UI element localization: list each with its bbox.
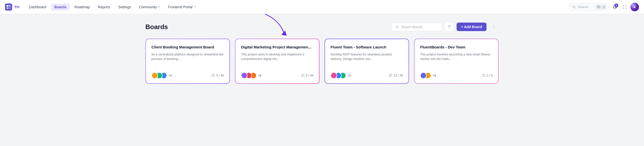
svg-rect-0 <box>7 5 8 7</box>
notifications-bell[interactable]: 2 <box>610 3 619 12</box>
task-icon <box>482 74 486 77</box>
board-card-description: Develop MVP features for seamless produc… <box>331 52 403 68</box>
board-card-footer: +6 6 / 44 <box>241 72 313 79</box>
add-board-button[interactable]: + Add Board <box>457 23 487 31</box>
task-count: 12 / 50 <box>389 74 403 77</box>
board-card-title: Fluent Team - Software Launch <box>331 45 403 50</box>
global-search[interactable]: Search ⌘ k <box>569 3 609 11</box>
app-logo-icon <box>5 4 12 11</box>
task-icon <box>212 74 215 77</box>
extra-members: +6 <box>258 74 261 77</box>
search-boards-placeholder: Search Boards <box>401 25 423 29</box>
page-title: Boards <box>145 23 168 31</box>
extra-members: +3 <box>348 74 351 77</box>
navbar: Pro Dashboard Boards Roadmap Reports Set… <box>0 0 644 14</box>
nav-boards[interactable]: Boards <box>51 4 70 11</box>
external-link-icon: ↗ <box>158 5 160 9</box>
board-avatars: +3 <box>331 72 351 79</box>
svg-point-14 <box>494 27 494 27</box>
task-progress: 5 / 30 <box>216 74 224 77</box>
more-options-button[interactable] <box>489 22 499 32</box>
external-link-icon: ↗ <box>193 5 196 9</box>
task-count: 5 / 30 <box>212 74 224 77</box>
main-content: Boards Search Boards + Add Board <box>133 14 511 92</box>
task-count: 2 / 5 <box>482 74 493 77</box>
svg-point-15 <box>494 28 494 28</box>
board-card-title: Client Booking Management Board <box>151 45 224 50</box>
sort-icon <box>447 25 451 29</box>
nav-community[interactable]: Community ↗ <box>136 4 164 11</box>
board-card[interactable]: Client Booking Management Board Its a ce… <box>145 39 230 84</box>
svg-rect-3 <box>9 7 11 9</box>
board-avatars: +9 <box>420 72 436 79</box>
board-card-title: FluentBoards - Dev Team <box>420 45 493 50</box>
pro-badge: Pro <box>14 5 21 9</box>
board-card-description: This project aims to develop and impleme… <box>241 52 313 68</box>
svg-line-9 <box>398 28 399 29</box>
nav-settings[interactable]: Settings <box>115 4 135 11</box>
svg-rect-1 <box>9 5 11 7</box>
board-card-footer: +3 12 / 50 <box>331 72 403 79</box>
board-card[interactable]: FluentBoards - Dev Team The project invo… <box>414 39 499 84</box>
extra-members: +9 <box>433 74 436 77</box>
header-actions: Search Boards + Add Board <box>392 22 499 32</box>
avatar <box>151 72 158 79</box>
board-card[interactable]: Digital Marketing Project Managemen... T… <box>235 39 319 84</box>
more-icon <box>492 25 496 29</box>
task-icon <box>389 74 392 77</box>
search-boards-input[interactable]: Search Boards <box>392 23 442 31</box>
board-card-footer: +9 2 / 5 <box>420 72 493 79</box>
nav-frontend-portal[interactable]: Frontend Portal ↗ <box>165 4 199 11</box>
nav-logo[interactable]: Pro <box>5 4 21 11</box>
task-progress: 6 / 44 <box>306 74 313 77</box>
task-progress: 2 / 5 <box>487 74 493 77</box>
page-header: Boards Search Boards + Add Board <box>145 22 499 32</box>
board-avatars: +6 <box>241 72 261 79</box>
nav-roadmap[interactable]: Roadmap <box>71 4 93 11</box>
svg-line-5 <box>575 8 576 9</box>
task-progress: 12 / 50 <box>394 74 403 77</box>
search-icon <box>395 25 399 29</box>
board-card-description: The project involves launching a new sma… <box>420 52 493 68</box>
avatar <box>241 72 248 79</box>
avatar <box>420 72 427 79</box>
avatar <box>331 72 337 79</box>
board-card[interactable]: Fluent Team - Software Launch Develop MV… <box>325 39 409 84</box>
expand-button[interactable] <box>620 3 629 12</box>
board-card-description: Its a centralized platform designed to s… <box>151 52 224 68</box>
nav-dashboard[interactable]: Dashboard <box>26 4 50 11</box>
search-label: Search <box>578 5 588 9</box>
user-avatar[interactable]: A <box>630 3 639 11</box>
extra-members: +4 <box>169 74 172 77</box>
boards-grid: Client Booking Management Board Its a ce… <box>145 39 499 84</box>
board-card-title: Digital Marketing Project Managemen... <box>241 45 313 50</box>
sort-button[interactable] <box>445 22 454 32</box>
svg-point-13 <box>494 25 494 26</box>
search-icon <box>572 5 576 9</box>
board-card-footer: +4 5 / 30 <box>151 72 224 79</box>
task-count: 6 / 44 <box>301 74 313 77</box>
task-icon <box>301 74 305 77</box>
notification-count: 2 <box>614 4 618 8</box>
search-kbd: ⌘ k <box>596 5 606 9</box>
svg-rect-2 <box>7 7 8 9</box>
nav-reports[interactable]: Reports <box>94 4 114 11</box>
board-avatars: +4 <box>151 72 172 79</box>
svg-text:A: A <box>633 5 636 9</box>
